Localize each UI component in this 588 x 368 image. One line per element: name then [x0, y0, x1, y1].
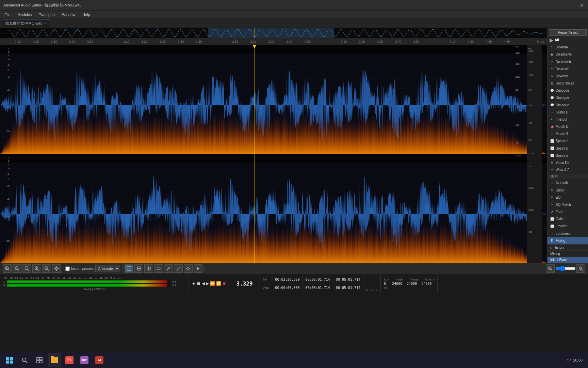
- panel-item-gain[interactable]: 📊 Gain: [548, 215, 588, 223]
- panel-item-deplosive[interactable]: ◉ De-plosive: [548, 51, 588, 58]
- select-lasso-button[interactable]: [154, 264, 163, 273]
- panel-item-dewind[interactable]: ≈ De-wind: [548, 73, 588, 80]
- zoom-slider[interactable]: [555, 266, 576, 271]
- transport-stop[interactable]: ⏹: [197, 281, 201, 286]
- panel-item-spectral3[interactable]: 📈 Spectral: [548, 152, 588, 159]
- panel-item-interpol[interactable]: ✦ Interpol: [548, 116, 588, 123]
- panel-item-dialogue3[interactable]: 💬 Dialogue: [548, 102, 588, 109]
- history-button[interactable]: ◁ History: [548, 245, 588, 251]
- playback-button[interactable]: [194, 264, 202, 273]
- dewind-icon: ≈: [550, 74, 554, 78]
- clock: 中: [567, 357, 571, 363]
- music-icon: ♪: [550, 132, 554, 136]
- panel-item-dialogue1[interactable]: 💬 Dialogue: [548, 87, 588, 94]
- instant-process-label[interactable]: Instant process: [65, 266, 94, 271]
- timeline-ruler[interactable]: [0, 38, 547, 45]
- history-initial-item[interactable]: Initial State: [548, 257, 588, 263]
- panel-item-derustle[interactable]: 〜 De-rustle: [548, 65, 588, 73]
- panel-item-spectral1[interactable]: 📈 Spectral: [548, 137, 588, 144]
- transport-to-start[interactable]: ⏮: [192, 281, 196, 286]
- app-icon-1[interactable]: Ps: [63, 353, 76, 367]
- menu-modules[interactable]: Modules: [15, 11, 35, 18]
- dialogue3-icon: 💬: [550, 103, 554, 107]
- menu-transport[interactable]: Transport: [36, 11, 58, 18]
- svg-marker-26: [197, 267, 199, 270]
- hz-info: Low High Range Cursor 0 24000 24000 2400…: [381, 274, 438, 293]
- panel-item-deverb[interactable]: ↩ De-reverb: [548, 58, 588, 65]
- menu-help[interactable]: Help: [80, 11, 93, 18]
- search-button[interactable]: [18, 353, 31, 367]
- panel-item-mixing[interactable]: 🎛 Mixing: [548, 237, 588, 244]
- panel-item-voice[interactable]: 🎙 Voice De: [548, 159, 588, 166]
- panel-item-mouth[interactable]: 👄 Mouth D: [548, 123, 588, 130]
- zoom-in-v-button[interactable]: [546, 264, 555, 273]
- mini-overview[interactable]: [0, 28, 547, 38]
- transport-record[interactable]: ⏺: [222, 281, 226, 286]
- track1-waveform: [0, 45, 547, 154]
- panel-item-fade[interactable]: ↗ Fade: [548, 208, 588, 215]
- panel-item-spectral2[interactable]: 📈 Spectral: [548, 145, 588, 152]
- zoom-out-v-button[interactable]: [576, 264, 585, 273]
- transport-loop[interactable]: 🔁: [216, 281, 221, 286]
- title-bar-controls: — ✕: [571, 3, 585, 8]
- waveform-area[interactable]: 3 2 1 0 -1 -2 -3 -6 -10 -20 3: [0, 28, 547, 263]
- transport-area: ⏮ ⏹ ◀ ▶ ⏩ 🔁 ⏺: [189, 274, 229, 293]
- panel-item-azimuth[interactable]: ↔ Azimuth: [548, 179, 588, 186]
- taskview-button[interactable]: [33, 353, 46, 367]
- instant-process-checkbox[interactable]: [65, 266, 70, 271]
- time-display: 3.329: [229, 274, 260, 293]
- panel-all-item[interactable]: ▶ All: [548, 36, 588, 44]
- audio-tab[interactable]: 给老师的歌-MMO.wav ×: [2, 19, 50, 27]
- select-freq-button[interactable]: [144, 264, 153, 273]
- marquee-button[interactable]: [184, 264, 193, 273]
- app-icon-2[interactable]: DW: [78, 353, 91, 367]
- transport-play[interactable]: ▶: [206, 281, 209, 286]
- panel-item-music[interactable]: ♪ Music R: [548, 130, 588, 137]
- zoom-out-full-button[interactable]: [42, 264, 51, 273]
- transport-back[interactable]: ◀: [202, 281, 205, 286]
- attenuate-select[interactable]: Attenuate: [95, 265, 120, 272]
- zoom-in-button[interactable]: [3, 264, 12, 273]
- panel-item-dither[interactable]: ⊞ Dither: [548, 186, 588, 194]
- tracks-container[interactable]: 3 2 1 0 -1 -2 -3 -6 -10 -20 3: [0, 45, 547, 263]
- app-icon-3[interactable]: AI: [93, 353, 106, 367]
- spectral2-icon: 📈: [550, 146, 554, 151]
- minimize-button[interactable]: —: [571, 3, 576, 8]
- panel-item-dialogue2[interactable]: 💬 Dialogue: [548, 94, 588, 101]
- svg-rect-42: [37, 361, 39, 363]
- track2-waveform: [0, 154, 547, 263]
- select-rect-button[interactable]: [125, 264, 133, 273]
- file-explorer-button[interactable]: [48, 353, 61, 367]
- pencil-button[interactable]: [174, 264, 183, 273]
- svg-line-39: [26, 361, 27, 363]
- zoom-selection-button[interactable]: [32, 264, 41, 273]
- history-mixing-item[interactable]: Mixing: [548, 251, 588, 257]
- zoom-out-button[interactable]: [13, 264, 21, 273]
- close-button[interactable]: ✕: [579, 3, 585, 8]
- toolbar-sep1: [63, 265, 63, 272]
- panel-item-eq[interactable]: ≡ EQ: [548, 194, 588, 201]
- panel-item-loudness[interactable]: ♪ Loudness: [548, 230, 588, 237]
- zoom-fit-button[interactable]: [22, 264, 31, 273]
- panel-item-deconstruct[interactable]: ⊞ Deconstruct: [548, 80, 588, 87]
- svg-line-14: [48, 270, 49, 271]
- transport-forward[interactable]: ⏩: [210, 281, 215, 286]
- menu-file[interactable]: File: [2, 11, 13, 18]
- mini-waveform-canvas: [0, 28, 547, 38]
- pan-tool-button[interactable]: [52, 264, 61, 273]
- select-time-button[interactable]: [134, 264, 143, 273]
- magic-wand-button[interactable]: [164, 264, 173, 273]
- spectral3-icon: 📈: [550, 153, 554, 158]
- repair-assist-button[interactable]: Repair Assist: [549, 29, 587, 36]
- panel-item-dehum[interactable]: 〜 De-hum: [548, 44, 588, 51]
- panel-item-leveler[interactable]: 📊 Leveler: [548, 223, 588, 230]
- panel-item-eqmatch[interactable]: ≡ EQ Match: [548, 201, 588, 208]
- menu-window[interactable]: Window: [59, 11, 78, 18]
- panel-item-guitar[interactable]: ♪ Guitar D: [548, 109, 588, 116]
- tab-close-button[interactable]: ×: [44, 21, 46, 25]
- svg-rect-17: [127, 266, 131, 271]
- time: 20:00: [573, 358, 583, 362]
- start-button[interactable]: [3, 353, 16, 367]
- svg-line-5: [18, 270, 19, 271]
- panel-item-wow[interactable]: 〜 Wow & F: [548, 166, 588, 173]
